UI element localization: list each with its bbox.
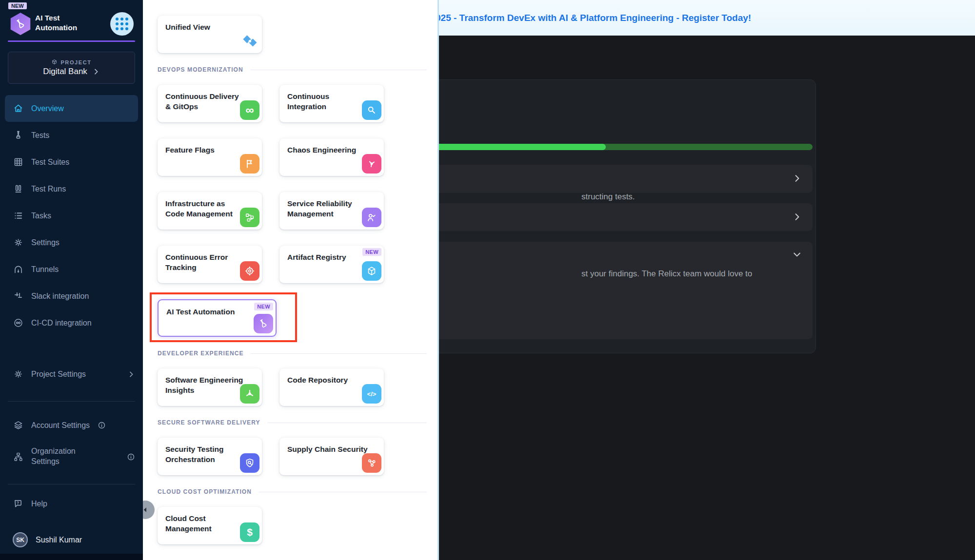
sidebar-item-overview[interactable]: Overview [5,95,138,122]
module-label: Chaos Engineering [287,145,368,155]
sidebar-item-tasks[interactable]: Tasks [5,202,138,229]
org-icon [13,451,23,462]
module-picker-panel: Unified View DEVOPS MODERNIZATIONContinu… [143,0,439,560]
module-label: Unified View [165,22,246,33]
ai-test-automation-logo-icon [10,13,31,35]
sidebar-footer-strip [0,554,143,560]
sidebar-item-user[interactable]: SK Sushil Kumar [5,526,138,553]
info-icon[interactable] [98,421,106,429]
sidebar-item-organization-settings[interactable]: Organization Settings [5,441,138,472]
project-selector[interactable]: PROJECT Digital Bank [8,52,135,84]
module-card-code-repository[interactable]: Code Repository</> [279,368,384,406]
account-settings-block: Account Settings [5,412,138,439]
sidebar-item-tunnels[interactable]: Tunnels [5,256,138,283]
section-header: DEVOPS MODERNIZATION [158,66,427,73]
promo-banner-link[interactable]: 025 - Transform DevEx with AI & Platform… [436,0,751,36]
section-header: DEVELOPER EXPERIENCE [158,350,427,357]
onboarding-step-row-expanded[interactable] [399,242,813,339]
module-accent-rule [8,40,135,42]
sidebar-new-badge: NEW [8,2,27,9]
module-grid: Software Engineering InsightsCode Reposi… [158,368,427,406]
module-card-continuous-integration[interactable]: Continuous Integration [279,85,384,122]
module-card-ai-test-automation[interactable]: AI Test AutomationNEW [158,299,277,337]
dollar-cloud-icon: $ [240,522,259,542]
info-icon[interactable] [127,453,135,461]
user-avatar: SK [13,532,28,547]
home-icon [13,103,23,114]
module-label: Code Repository [287,375,368,386]
project-settings-block: Project Settings [5,361,138,387]
module-card-unified-view[interactable]: Unified View [158,16,262,53]
module-label: Supply Chain Security [287,444,368,455]
module-card-continuous-error-tracking[interactable]: Continuous Error Tracking [158,246,262,283]
chevron-right-icon [92,68,100,76]
module-card-security-testing-orchestration[interactable]: Security Testing Orchestration [158,438,262,475]
organization-settings-block: Organization Settings [5,441,138,472]
module-label: Infrastructure as Code Management [165,199,246,219]
sidebar-item-label: Tasks [31,212,51,220]
sidebar-divider [8,401,135,402]
module-label: AI Test Automation [166,307,247,317]
project-label: PROJECT [60,59,91,65]
grid-icon [13,157,23,168]
ai-flask-icon [254,314,273,333]
nodes-icon [240,208,259,227]
slack-icon [13,291,23,302]
module-card-continuous-delivery-gitops[interactable]: Continuous Delivery & GitOps∞ [158,85,262,122]
module-card-infrastructure-as-code-management[interactable]: Infrastructure as Code Management [158,192,262,230]
sidebar-item-test-runs[interactable]: Test Runs [5,175,138,202]
module-card-chaos-engineering[interactable]: Chaos Engineering [279,138,384,176]
module-card-artifact-registry[interactable]: Artifact RegistryNEW [279,246,384,283]
gear-icon [13,369,23,380]
sidebar-divider [8,484,135,484]
sidebar-item-slack-integration[interactable]: Slack integration [5,283,138,309]
network-icon [362,453,381,473]
sidebar-item-label: Tests [31,131,49,140]
module-card-cloud-cost-management[interactable]: Cloud Cost Management$ [158,507,262,544]
onboarding-progress-bar [399,144,813,150]
module-sections: DEVOPS MODERNIZATIONContinuous Delivery … [158,66,427,544]
onboarding-step-row[interactable] [399,165,813,193]
target-icon [240,261,259,281]
cube-icon [362,261,381,281]
module-card-service-reliability-management[interactable]: Service Reliability Management [279,192,384,230]
section-header: CLOUD COST OPTIMIZATION [158,488,427,495]
help-chat-icon: ? [13,499,23,509]
sidebar-item-tests[interactable]: Tests [5,122,138,149]
module-grid: Continuous Delivery & GitOps∞Continuous … [158,85,427,337]
person-check-icon [362,208,381,227]
layers-icon [13,420,23,431]
app-title: AI Test Automation [35,13,77,33]
new-badge: NEW [362,248,381,256]
sidebar-item-label: Settings [31,238,60,247]
chevron-down-icon [792,250,802,259]
sidebar-item-label: Overview [31,104,64,113]
sidebar-item-label: Test Suites [31,158,69,167]
module-switcher-button[interactable] [110,12,134,36]
runs-icon [13,184,23,194]
app-root: 025 - Transform DevEx with AI & Platform… [0,0,975,560]
onboarding-step-row[interactable] [399,203,813,231]
sidebar-item-settings[interactable]: Settings [5,229,138,256]
chevron-right-icon [792,174,802,183]
tunnel-icon [13,264,23,275]
harness-logo-icon [239,31,261,52]
gear-icon [13,237,23,248]
sidebar-item-account-settings[interactable]: Account Settings [5,412,138,439]
module-label: Continuous Integration [287,92,368,112]
annotation-rectangle [150,292,297,342]
sidebar-item-help[interactable]: ? Help [5,490,138,517]
module-card-feature-flags[interactable]: Feature Flags [158,138,262,176]
module-card-supply-chain-security[interactable]: Supply Chain Security [279,438,384,475]
user-block: SK Sushil Kumar [5,526,138,553]
flag-icon [240,154,259,174]
tasks-icon [13,211,23,221]
project-cube-icon [51,59,58,65]
sidebar-item-project-settings[interactable]: Project Settings [5,361,138,387]
sidebar-item-ci-cd-integration[interactable]: CI-CD integration [5,309,138,336]
sidebar-item-test-suites[interactable]: Test Suites [5,149,138,175]
new-badge: NEW [254,303,273,310]
user-name: Sushil Kumar [36,536,82,544]
module-card-software-engineering-insights[interactable]: Software Engineering Insights [158,368,262,406]
section-header: SECURE SOFTWARE DELIVERY [158,419,427,426]
